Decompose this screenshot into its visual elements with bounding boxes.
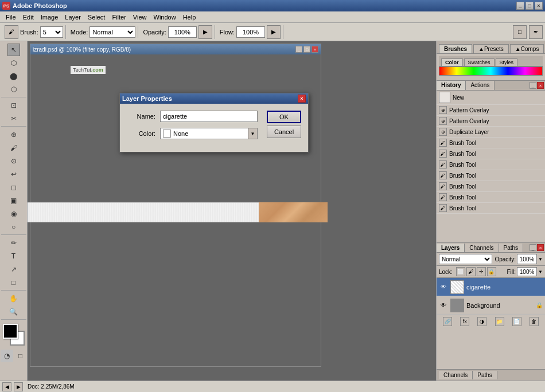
hand-tool[interactable]: ✋ <box>7 292 20 305</box>
gradient-tool[interactable]: ▣ <box>7 194 20 207</box>
brush-tool-button[interactable]: 🖌 <box>5 25 18 39</box>
cancel-button[interactable]: Cancel <box>267 126 301 138</box>
mode-select[interactable]: Normal <box>89 26 135 38</box>
tab-actions[interactable]: Actions <box>466 81 495 90</box>
restore-button[interactable]: □ <box>525 2 534 10</box>
pen-tool[interactable]: ✏ <box>7 237 20 249</box>
tab-paths-bottom[interactable]: Paths <box>473 371 497 379</box>
tab-color[interactable]: Color <box>441 58 463 66</box>
dodge-tool[interactable]: ○ <box>7 221 20 233</box>
new-group-button[interactable]: 📁 <box>495 317 504 326</box>
menu-edit[interactable]: Edit <box>20 13 37 22</box>
add-style-button[interactable]: fx <box>460 317 469 326</box>
history-close-button[interactable]: × <box>537 82 544 89</box>
name-input[interactable] <box>160 111 258 122</box>
tab-channels-bottom[interactable]: Channels <box>439 371 473 379</box>
tab-channels[interactable]: Channels <box>465 244 499 252</box>
color-spectrum-bar[interactable] <box>439 66 543 76</box>
opacity-stepper[interactable]: ▼ <box>538 257 543 262</box>
tab-layers[interactable]: Layers <box>437 244 465 252</box>
lock-transparency-button[interactable]: ⬜ <box>456 267 465 276</box>
tab-swatches[interactable]: Swatches <box>464 58 495 66</box>
tab-presets[interactable]: ▲Presets <box>473 44 509 53</box>
brush-tool[interactable]: 🖌 <box>7 142 20 154</box>
lock-position-button[interactable]: ✛ <box>477 267 486 276</box>
add-mask-button[interactable]: ◑ <box>477 317 486 326</box>
list-item[interactable]: ⊕ Pattern Overlay <box>437 105 545 116</box>
tab-paths[interactable]: Paths <box>499 244 524 252</box>
list-item[interactable]: 🖌 Brush Tool <box>437 181 545 192</box>
quick-mask-button[interactable]: ◔ <box>1 350 13 362</box>
menu-view[interactable]: View <box>130 13 150 22</box>
tab-comps[interactable]: ▲Comps <box>510 44 544 53</box>
history-brush-tool[interactable]: ↩ <box>7 168 20 181</box>
layer-item[interactable]: 👁 cigarette <box>437 278 545 296</box>
spot-heal-tool[interactable]: ⊕ <box>7 128 20 141</box>
tab-history[interactable]: History <box>437 81 466 90</box>
fill-stepper[interactable]: ▼ <box>538 269 543 275</box>
quick-select-tool[interactable]: ⬤ <box>7 70 20 83</box>
ok-button[interactable]: OK <box>267 111 301 123</box>
airbrush-button[interactable]: ✒ <box>529 25 543 39</box>
palette-button[interactable]: □ <box>513 25 527 39</box>
blur-tool[interactable]: ◉ <box>7 207 20 220</box>
link-layers-button[interactable]: 🔗 <box>443 317 452 326</box>
layer-item[interactable]: 👁 Background 🔒 <box>437 296 545 315</box>
flow-arrow[interactable]: ▶ <box>267 25 281 39</box>
blend-mode-select[interactable]: Normal <box>439 254 492 264</box>
lock-all-button[interactable]: 🔒 <box>487 267 496 276</box>
lasso-tool[interactable]: ⬡ <box>7 57 20 69</box>
menu-select[interactable]: Select <box>84 13 109 22</box>
list-item[interactable]: 🖌 Brush Tool <box>437 203 545 214</box>
doc-minimize-button[interactable]: _ <box>295 46 302 53</box>
minimize-button[interactable]: _ <box>516 2 524 10</box>
layer-visibility-toggle[interactable]: 👁 <box>439 283 448 292</box>
text-tool[interactable]: T <box>7 250 20 262</box>
layers-collapse-button[interactable]: _ <box>530 244 536 251</box>
menu-filter[interactable]: Filter <box>108 13 129 22</box>
slice-tool[interactable]: ✂ <box>7 112 20 125</box>
marquee-tool[interactable]: ⬡ <box>7 83 20 96</box>
delete-layer-button[interactable]: 🗑 <box>530 317 539 326</box>
layers-close-button[interactable]: × <box>537 244 544 251</box>
list-item[interactable]: 🖌 Brush Tool <box>437 170 545 181</box>
new-layer-button[interactable]: 📄 <box>512 317 521 326</box>
menu-image[interactable]: Image <box>37 13 62 22</box>
menu-window[interactable]: Window <box>150 13 180 22</box>
shape-tool[interactable]: □ <box>7 276 20 289</box>
layer-visibility-toggle[interactable]: 👁 <box>439 301 448 310</box>
list-item[interactable]: 🖌 Brush Tool <box>437 138 545 148</box>
eraser-tool[interactable]: ◻ <box>7 181 20 194</box>
opacity-arrow[interactable]: ▶ <box>198 25 212 39</box>
close-button[interactable]: × <box>535 2 543 10</box>
layers-opacity-input[interactable] <box>517 254 537 264</box>
opacity-input[interactable]: 100% <box>168 26 197 38</box>
list-item[interactable]: 🖌 Brush Tool <box>437 148 545 159</box>
move-tool[interactable]: ↖ <box>7 44 20 56</box>
flow-input[interactable]: 100% <box>236 26 265 38</box>
next-button[interactable]: ▶ <box>14 382 23 391</box>
doc-maximize-button[interactable]: □ <box>303 46 310 53</box>
prev-button[interactable]: ◀ <box>2 382 11 391</box>
list-item[interactable]: New <box>437 91 545 105</box>
foreground-color-swatch[interactable] <box>3 324 18 339</box>
brush-size-select[interactable]: 5 <box>40 26 63 38</box>
menu-help[interactable]: Help <box>180 13 200 22</box>
dialog-close-button[interactable]: × <box>298 95 306 103</box>
lock-pixels-button[interactable]: 🖌 <box>466 267 476 276</box>
zoom-tool[interactable]: 🔍 <box>7 305 20 318</box>
crop-tool[interactable]: ⊡ <box>7 99 20 112</box>
list-item[interactable]: ⊕ Duplicate Layer <box>437 127 545 138</box>
fill-input[interactable] <box>517 267 537 276</box>
history-collapse-button[interactable]: _ <box>530 82 536 89</box>
clone-tool[interactable]: ⊙ <box>7 155 20 167</box>
color-dropdown[interactable]: None ▼ <box>160 128 258 139</box>
menu-file[interactable]: File <box>2 13 20 22</box>
screen-mode-button[interactable]: □ <box>14 350 27 362</box>
list-item[interactable]: ⊕ Pattern Overlay <box>437 116 545 127</box>
menu-layer[interactable]: Layer <box>61 13 84 22</box>
doc-close-button[interactable]: × <box>312 46 318 53</box>
list-item[interactable]: 🖌 Brush Tool <box>437 159 545 170</box>
list-item[interactable]: 🖌 Brush Tool <box>437 192 545 203</box>
path-select-tool[interactable]: ↗ <box>7 263 20 276</box>
